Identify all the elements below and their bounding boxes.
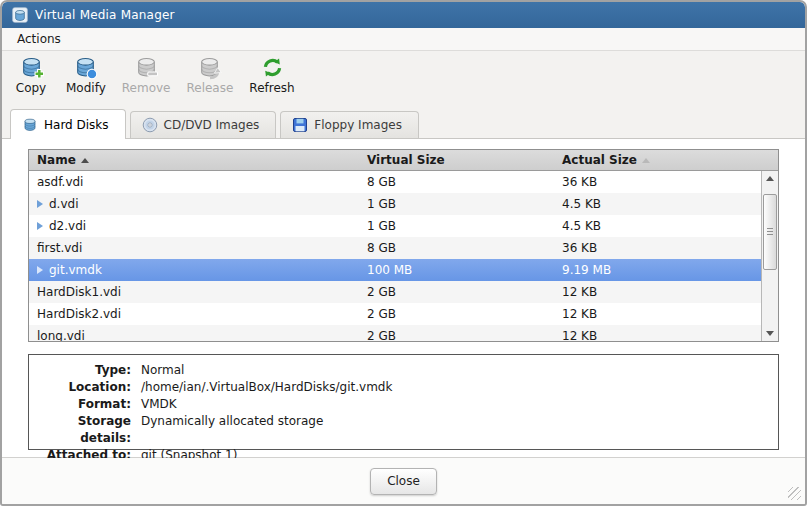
column-header-actual-size[interactable]: Actual Size (554, 150, 778, 170)
table-body: asdf.vdi8 GB36 KBd.vdi1 GB4.5 KBd2.vdi1 … (29, 171, 761, 341)
cell-name: HardDisk2.vdi (29, 307, 359, 321)
table-header: NameVirtual SizeActual Size (29, 150, 778, 171)
cell-virtual-size: 100 MB (359, 263, 554, 277)
cell-name: d2.vdi (29, 219, 359, 233)
table-row[interactable]: git.vmdk100 MB9.19 MB (29, 259, 761, 281)
menubar: Actions (2, 28, 805, 51)
cell-virtual-size: 2 GB (359, 329, 554, 341)
resize-grip[interactable] (788, 487, 801, 500)
cell-virtual-size: 8 GB (359, 241, 554, 255)
toolbar-button-label: Remove (122, 81, 171, 95)
cell-virtual-size: 1 GB (359, 219, 554, 233)
media-name: d.vdi (49, 197, 78, 211)
cell-virtual-size: 1 GB (359, 197, 554, 211)
table-row[interactable]: long.vdi2 GB12 KB (29, 325, 761, 341)
cell-name: git.vmdk (29, 263, 359, 277)
expander-icon[interactable] (37, 222, 43, 230)
details-panel: Type:NormalLocation:/home/ian/.VirtualBo… (28, 354, 779, 450)
cell-actual-size: 12 KB (554, 307, 761, 321)
app-icon (12, 7, 28, 23)
vertical-scrollbar[interactable] (761, 171, 778, 341)
cell-name: long.vdi (29, 329, 359, 341)
tab-panel: NameVirtual SizeActual Size asdf.vdi8 GB… (2, 138, 805, 458)
column-header-name[interactable]: Name (29, 150, 359, 170)
media-name: long.vdi (37, 329, 85, 341)
column-header-label: Actual Size (562, 153, 637, 167)
cell-virtual-size: 2 GB (359, 307, 554, 321)
footer: Close (2, 458, 805, 504)
table-row[interactable]: d2.vdi1 GB4.5 KB (29, 215, 761, 237)
sort-ascending-icon (642, 158, 650, 163)
cell-actual-size: 36 KB (554, 175, 761, 189)
toolbar-button-copy[interactable]: Copy (12, 55, 50, 95)
table-row[interactable]: HardDisk1.vdi2 GB12 KB (29, 281, 761, 303)
table-row[interactable]: asdf.vdi8 GB36 KB (29, 171, 761, 193)
titlebar[interactable]: Virtual Media Manager (2, 2, 805, 28)
details-row: Location:/home/ian/.VirtualBox/HardDisks… (37, 379, 770, 396)
tab-floppy-images[interactable]: Floppy Images (280, 111, 419, 138)
tab-label: Floppy Images (314, 118, 402, 132)
disk-release-icon (197, 55, 222, 80)
cd-dvd-icon (142, 117, 158, 133)
cell-name: d.vdi (29, 197, 359, 211)
tab-label: CD/DVD Images (164, 118, 260, 132)
cell-actual-size: 4.5 KB (554, 197, 761, 211)
column-header-virtual-size[interactable]: Virtual Size (359, 150, 554, 170)
media-name: d2.vdi (49, 219, 86, 233)
cell-actual-size: 12 KB (554, 329, 761, 341)
disk-copy-icon (19, 55, 44, 80)
details-value: VMDK (141, 396, 177, 413)
cell-name: asdf.vdi (29, 175, 359, 189)
media-name: HardDisk2.vdi (37, 307, 121, 321)
details-label: Location: (37, 379, 141, 396)
scroll-up-button[interactable] (762, 171, 778, 186)
virtual-media-manager-window: Virtual Media Manager Actions CopyModify… (0, 0, 807, 506)
media-table: NameVirtual SizeActual Size asdf.vdi8 GB… (28, 149, 779, 342)
cell-actual-size: 36 KB (554, 241, 761, 255)
refresh-icon (260, 55, 285, 80)
column-header-label: Name (37, 153, 76, 167)
media-name: HardDisk1.vdi (37, 285, 121, 299)
column-header-label: Virtual Size (367, 153, 445, 167)
toolbar-button-label: Modify (66, 81, 106, 95)
details-label: Type: (37, 362, 141, 379)
toolbar-button-label: Release (186, 81, 233, 95)
expander-icon[interactable] (37, 266, 43, 274)
tab-cd-dvd-images[interactable]: CD/DVD Images (130, 111, 277, 138)
scroll-down-button[interactable] (762, 326, 778, 341)
table-row[interactable]: HardDisk2.vdi2 GB12 KB (29, 303, 761, 325)
disk-modify-icon (73, 55, 98, 80)
media-name: git.vmdk (49, 263, 102, 277)
details-row: Storage details:Dynamically allocated st… (37, 413, 770, 447)
disk-remove-icon (134, 55, 159, 80)
expander-icon[interactable] (37, 200, 43, 208)
table-row[interactable]: d.vdi1 GB4.5 KB (29, 193, 761, 215)
details-label: Format: (37, 396, 141, 413)
cell-actual-size: 4.5 KB (554, 219, 761, 233)
tab-hard-disks[interactable]: Hard Disks (10, 109, 126, 139)
details-value: Normal (141, 362, 184, 379)
cell-virtual-size: 2 GB (359, 285, 554, 299)
hard-disk-icon (22, 117, 38, 133)
details-value: /home/ian/.VirtualBox/HardDisks/git.vmdk (141, 379, 392, 396)
close-button[interactable]: Close (370, 468, 437, 495)
toolbar-button-label: Copy (16, 81, 46, 95)
cell-virtual-size: 8 GB (359, 175, 554, 189)
toolbar-button-modify[interactable]: Modify (66, 55, 106, 95)
cell-name: HardDisk1.vdi (29, 285, 359, 299)
media-name: first.vdi (37, 241, 82, 255)
table-row[interactable]: first.vdi8 GB36 KB (29, 237, 761, 259)
toolbar-button-refresh[interactable]: Refresh (249, 55, 294, 95)
toolbar-button-label: Refresh (249, 81, 294, 95)
details-value: Dynamically allocated storage (141, 413, 323, 447)
details-row: Format:VMDK (37, 396, 770, 413)
media-name: asdf.vdi (37, 175, 83, 189)
tab-label: Hard Disks (44, 118, 109, 132)
cell-actual-size: 12 KB (554, 285, 761, 299)
scrollbar-track[interactable] (762, 186, 778, 326)
tab-strip: Hard DisksCD/DVD ImagesFloppy Images (2, 105, 805, 138)
cell-actual-size: 9.19 MB (554, 263, 761, 277)
toolbar-button-release: Release (186, 55, 233, 95)
menu-actions[interactable]: Actions (11, 30, 67, 48)
scrollbar-thumb[interactable] (763, 194, 777, 270)
